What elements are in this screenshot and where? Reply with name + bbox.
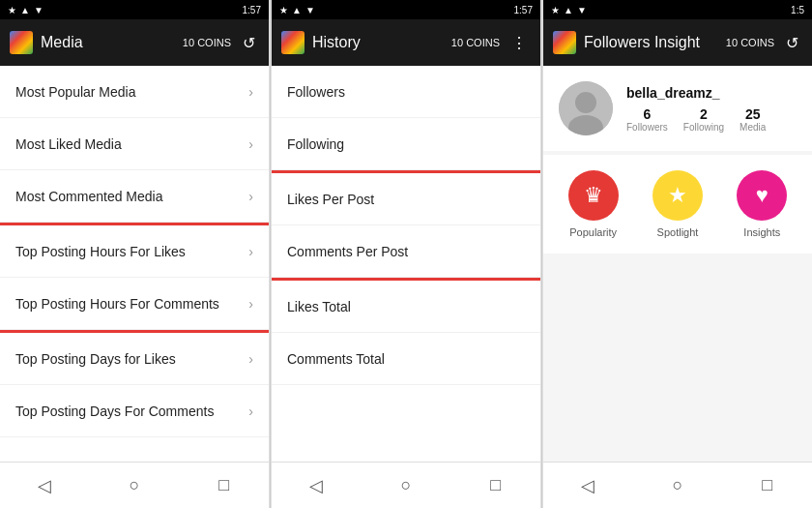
spotlight-button[interactable]: ★ Spotlight xyxy=(652,170,703,238)
back-button-1[interactable]: ◁ xyxy=(25,466,64,505)
following-count: 2 xyxy=(700,106,708,122)
followers-bottom-nav: ◁ ○ □ xyxy=(543,462,812,508)
following-label: Following xyxy=(287,136,344,152)
chevron-icon: › xyxy=(248,351,253,367)
media-menu-list: Most Popular Media › Most Liked Media › … xyxy=(0,66,269,462)
history-coins: 10 COINS xyxy=(451,37,500,48)
hours-comments-item[interactable]: Top Posting Hours For Comments › xyxy=(0,278,269,330)
signal-icon: ▲ xyxy=(20,5,30,15)
popularity-label: Popularity xyxy=(569,226,617,238)
history-app-bar: History 10 COINS ⋮ xyxy=(272,19,540,66)
following-stat-label: Following xyxy=(683,122,724,133)
chevron-icon: › xyxy=(248,296,253,312)
likes-total-item[interactable]: Likes Total xyxy=(272,281,540,333)
status-time-3: 1:5 xyxy=(791,5,804,15)
following-stat: 2 Following xyxy=(683,106,724,133)
media-count: 25 xyxy=(745,106,761,122)
profile-stats: 6 Followers 2 Following 25 Media xyxy=(626,106,797,133)
signal-icon-2: ▲ xyxy=(292,5,302,15)
media-bottom-nav: ◁ ○ □ xyxy=(0,462,269,508)
history-title: History xyxy=(312,34,444,51)
recent-button-3[interactable]: □ xyxy=(748,466,787,505)
days-likes-item[interactable]: Top Posting Days for Likes › xyxy=(0,333,269,385)
history-menu-list: Followers Following Likes Per Post Comme… xyxy=(272,66,540,462)
home-button-3[interactable]: ○ xyxy=(658,466,697,505)
wifi-icon-3: ▼ xyxy=(577,5,587,15)
most-popular-label: Most Popular Media xyxy=(15,84,136,100)
chevron-icon: › xyxy=(248,84,253,100)
spotlight-icon: ★ xyxy=(652,170,703,221)
most-liked-label: Most Liked Media xyxy=(15,136,122,152)
wifi-icon: ▼ xyxy=(34,5,44,15)
media-title: Media xyxy=(41,34,175,51)
media-coins: 10 COINS xyxy=(183,37,231,48)
home-button-1[interactable]: ○ xyxy=(115,466,154,505)
followers-count: 6 xyxy=(644,106,652,122)
days-comments-label: Top Posting Days For Comments xyxy=(15,403,214,419)
insights-icon: ♥ xyxy=(737,170,787,221)
history-menu-button[interactable]: ⋮ xyxy=(508,30,531,56)
hours-comments-label: Top Posting Hours For Comments xyxy=(15,296,219,312)
followers-app-bar: Followers Insight 10 COINS ↺ xyxy=(543,19,812,66)
signal-icon-3: ▲ xyxy=(564,5,573,15)
avatar xyxy=(559,81,613,135)
bluetooth-icon-3: ★ xyxy=(551,5,560,15)
days-comments-item[interactable]: Top Posting Days For Comments › xyxy=(0,385,269,437)
app-logo-3 xyxy=(553,31,576,54)
svg-point-1 xyxy=(575,92,596,113)
followers-item[interactable]: Followers xyxy=(272,66,540,118)
hours-likes-item[interactable]: Top Posting Hours For Likes › xyxy=(0,225,269,278)
media-app-bar: Media 10 COINS ↺ xyxy=(0,19,269,66)
media-stat: 25 Media xyxy=(740,106,766,133)
app-logo-2 xyxy=(281,31,304,54)
most-popular-item[interactable]: Most Popular Media › xyxy=(0,66,269,118)
followers-stat-label: Followers xyxy=(626,122,668,133)
action-row: ♛ Popularity ★ Spotlight ♥ Insights xyxy=(543,155,812,254)
profile-section: bella_dreamz_ 6 Followers 2 Following 25 xyxy=(543,66,812,151)
bluetooth-icon-2: ★ xyxy=(279,5,288,15)
most-liked-item[interactable]: Most Liked Media › xyxy=(0,118,269,170)
following-item[interactable]: Following xyxy=(272,118,540,170)
media-stat-label: Media xyxy=(740,122,766,133)
home-button-2[interactable]: ○ xyxy=(387,466,425,505)
comments-per-post-label: Comments Per Post xyxy=(287,244,408,259)
comments-total-item[interactable]: Comments Total xyxy=(272,333,540,385)
bluetooth-icon: ★ xyxy=(8,5,16,15)
profile-info: bella_dreamz_ 6 Followers 2 Following 25 xyxy=(626,85,797,133)
comments-per-post-item[interactable]: Comments Per Post xyxy=(272,225,540,278)
most-commented-item[interactable]: Most Commented Media › xyxy=(0,170,269,223)
likes-total-label: Likes Total xyxy=(287,299,351,314)
hours-likes-label: Top Posting Hours For Likes xyxy=(15,244,186,259)
status-time-1: 1:57 xyxy=(243,5,261,15)
history-bottom-nav: ◁ ○ □ xyxy=(272,462,540,508)
spotlight-label: Spotlight xyxy=(657,226,699,238)
recent-button-2[interactable]: □ xyxy=(477,466,515,505)
back-button-2[interactable]: ◁ xyxy=(297,466,335,505)
insights-label: Insights xyxy=(743,226,780,238)
chevron-icon: › xyxy=(248,189,253,204)
followers-coins: 10 COINS xyxy=(726,37,774,48)
followers-label: Followers xyxy=(287,84,345,100)
back-button-3[interactable]: ◁ xyxy=(568,466,607,505)
days-likes-label: Top Posting Days for Likes xyxy=(15,351,176,367)
most-commented-label: Most Commented Media xyxy=(15,189,163,204)
app-logo-1 xyxy=(10,31,33,54)
likes-per-post-item[interactable]: Likes Per Post xyxy=(272,173,540,225)
recent-button-1[interactable]: □ xyxy=(205,466,244,505)
popularity-icon: ♛ xyxy=(568,170,619,221)
media-refresh-button[interactable]: ↺ xyxy=(239,30,259,56)
popularity-button[interactable]: ♛ Popularity xyxy=(568,170,619,238)
followers-refresh-button[interactable]: ↺ xyxy=(782,30,802,56)
username: bella_dreamz_ xyxy=(626,85,797,101)
likes-per-post-label: Likes Per Post xyxy=(287,192,374,207)
comments-total-label: Comments Total xyxy=(287,351,385,367)
insights-button[interactable]: ♥ Insights xyxy=(737,170,787,238)
chevron-icon: › xyxy=(248,403,253,419)
status-time-2: 1:57 xyxy=(514,5,533,15)
followers-stat: 6 Followers xyxy=(626,106,668,133)
chevron-icon: › xyxy=(248,136,253,152)
wifi-icon-2: ▼ xyxy=(305,5,315,15)
chevron-icon: › xyxy=(248,244,253,259)
followers-title: Followers Insight xyxy=(584,34,718,51)
